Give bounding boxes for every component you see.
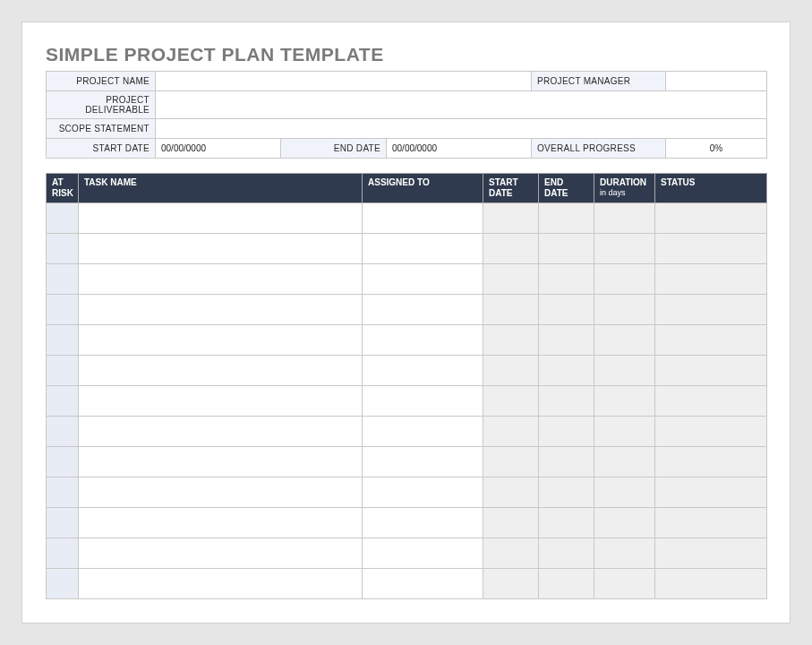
cell-assigned-to[interactable] [363, 264, 483, 295]
cell-at-risk[interactable] [47, 234, 79, 264]
project-name-value[interactable] [156, 72, 532, 91]
cell-task-name[interactable] [79, 264, 363, 295]
cell-end-date[interactable] [539, 264, 594, 295]
cell-start-date[interactable] [483, 234, 539, 264]
col-duration: DURATIONin days [594, 174, 655, 203]
cell-task-name[interactable] [79, 477, 363, 508]
cell-status[interactable] [655, 477, 767, 508]
start-date-value[interactable]: 00/00/0000 [156, 139, 281, 159]
cell-start-date[interactable] [483, 386, 539, 417]
cell-assigned-to[interactable] [363, 417, 483, 447]
scope-value[interactable] [156, 119, 767, 139]
cell-task-name[interactable] [79, 325, 363, 356]
cell-duration[interactable] [594, 234, 655, 264]
cell-at-risk[interactable] [47, 477, 79, 508]
cell-status[interactable] [655, 295, 767, 325]
cell-end-date[interactable] [539, 295, 594, 325]
cell-at-risk[interactable] [47, 295, 79, 325]
cell-duration[interactable] [594, 447, 655, 477]
cell-status[interactable] [655, 264, 767, 295]
cell-end-date[interactable] [539, 386, 594, 417]
cell-end-date[interactable] [539, 508, 594, 538]
scope-label: SCOPE STATEMENT [47, 119, 156, 139]
cell-assigned-to[interactable] [363, 356, 483, 386]
cell-at-risk[interactable] [47, 569, 79, 599]
col-assigned-to: ASSIGNED TO [363, 174, 483, 203]
cell-assigned-to[interactable] [363, 508, 483, 538]
cell-assigned-to[interactable] [363, 477, 483, 508]
cell-duration[interactable] [594, 538, 655, 569]
cell-end-date[interactable] [539, 234, 594, 264]
cell-at-risk[interactable] [47, 325, 79, 356]
cell-start-date[interactable] [483, 325, 539, 356]
cell-status[interactable] [655, 417, 767, 447]
cell-status[interactable] [655, 447, 767, 477]
cell-end-date[interactable] [539, 447, 594, 477]
cell-end-date[interactable] [539, 569, 594, 599]
cell-start-date[interactable] [483, 264, 539, 295]
cell-duration[interactable] [594, 295, 655, 325]
cell-task-name[interactable] [79, 417, 363, 447]
cell-assigned-to[interactable] [363, 538, 483, 569]
cell-start-date[interactable] [483, 356, 539, 386]
cell-status[interactable] [655, 508, 767, 538]
cell-assigned-to[interactable] [363, 203, 483, 234]
cell-task-name[interactable] [79, 295, 363, 325]
cell-end-date[interactable] [539, 203, 594, 234]
cell-assigned-to[interactable] [363, 295, 483, 325]
cell-at-risk[interactable] [47, 386, 79, 417]
cell-assigned-to[interactable] [363, 447, 483, 477]
cell-status[interactable] [655, 386, 767, 417]
cell-status[interactable] [655, 538, 767, 569]
cell-status[interactable] [655, 569, 767, 599]
cell-duration[interactable] [594, 264, 655, 295]
cell-duration[interactable] [594, 477, 655, 508]
cell-task-name[interactable] [79, 569, 363, 599]
cell-start-date[interactable] [483, 295, 539, 325]
cell-at-risk[interactable] [47, 447, 79, 477]
cell-duration[interactable] [594, 203, 655, 234]
cell-start-date[interactable] [483, 569, 539, 599]
cell-assigned-to[interactable] [363, 325, 483, 356]
end-date-value[interactable]: 00/00/0000 [387, 139, 532, 159]
cell-start-date[interactable] [483, 417, 539, 447]
cell-task-name[interactable] [79, 538, 363, 569]
cell-at-risk[interactable] [47, 356, 79, 386]
cell-start-date[interactable] [483, 203, 539, 234]
cell-assigned-to[interactable] [363, 234, 483, 264]
cell-duration[interactable] [594, 386, 655, 417]
cell-end-date[interactable] [539, 477, 594, 508]
deliverable-value[interactable] [156, 91, 767, 119]
cell-at-risk[interactable] [47, 538, 79, 569]
cell-status[interactable] [655, 356, 767, 386]
cell-status[interactable] [655, 234, 767, 264]
project-manager-value[interactable] [666, 72, 767, 91]
cell-end-date[interactable] [539, 356, 594, 386]
cell-status[interactable] [655, 203, 767, 234]
cell-task-name[interactable] [79, 508, 363, 538]
cell-duration[interactable] [594, 417, 655, 447]
cell-duration[interactable] [594, 325, 655, 356]
cell-at-risk[interactable] [47, 264, 79, 295]
cell-start-date[interactable] [483, 447, 539, 477]
cell-start-date[interactable] [483, 508, 539, 538]
cell-end-date[interactable] [539, 538, 594, 569]
cell-assigned-to[interactable] [363, 386, 483, 417]
cell-at-risk[interactable] [47, 508, 79, 538]
cell-status[interactable] [655, 325, 767, 356]
cell-task-name[interactable] [79, 386, 363, 417]
cell-start-date[interactable] [483, 538, 539, 569]
cell-duration[interactable] [594, 569, 655, 599]
cell-task-name[interactable] [79, 203, 363, 234]
cell-at-risk[interactable] [47, 417, 79, 447]
cell-start-date[interactable] [483, 477, 539, 508]
cell-task-name[interactable] [79, 447, 363, 477]
cell-task-name[interactable] [79, 356, 363, 386]
cell-end-date[interactable] [539, 417, 594, 447]
cell-assigned-to[interactable] [363, 569, 483, 599]
cell-duration[interactable] [594, 508, 655, 538]
cell-end-date[interactable] [539, 325, 594, 356]
cell-duration[interactable] [594, 356, 655, 386]
cell-at-risk[interactable] [47, 203, 79, 234]
cell-task-name[interactable] [79, 234, 363, 264]
